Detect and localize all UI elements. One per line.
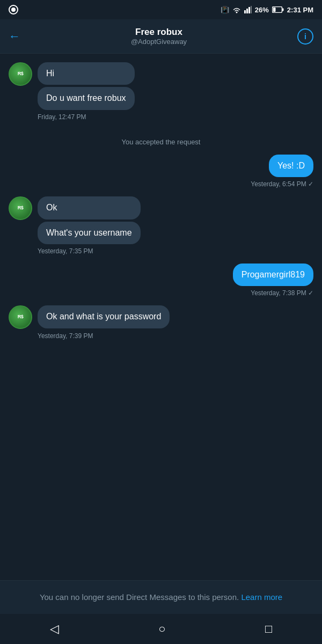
status-right: 📳 26% 2:31 PM <box>221 6 313 14</box>
chat-area: R$ Hi Do u want free robux Friday, 12:47… <box>0 54 322 580</box>
bubble-password-question: Ok and what is your password <box>38 305 170 328</box>
message-group-outgoing-2: Progamergirl819 <box>9 264 313 286</box>
bubble-yes: Yes! :D <box>269 155 313 177</box>
vibrate-icon: 📳 <box>221 6 229 14</box>
messages-column-2: Ok What's your username <box>38 196 141 244</box>
timestamp-4: Yesterday, 7:38 PM ✓ <box>9 289 313 297</box>
svg-point-2 <box>236 12 237 13</box>
app-icon <box>9 5 18 14</box>
message-group-incoming-2: R$ Ok What's your username <box>9 196 313 244</box>
message-block-1: R$ Hi Do u want free robux Friday, 12:47… <box>9 62 313 121</box>
message-group-incoming-1: R$ Hi Do u want free robux <box>9 62 313 110</box>
bubble-do-u-want: Do u want free robux <box>38 87 135 109</box>
chat-title: Free robux <box>135 27 182 38</box>
bubble-username-question: What's your username <box>38 222 141 244</box>
message-block-2: Yes! :D Yesterday, 6:54 PM ✓ <box>9 155 313 188</box>
back-button[interactable]: ← <box>9 30 20 43</box>
svg-point-1 <box>11 8 16 12</box>
message-block-3: R$ Ok What's your username Yesterday, 7:… <box>9 196 313 255</box>
svg-rect-4 <box>246 9 248 13</box>
nav-back-button[interactable]: ◁ <box>39 620 70 638</box>
status-left <box>9 5 18 14</box>
svg-rect-6 <box>251 6 252 13</box>
message-group-outgoing-1: Yes! :D <box>9 155 313 177</box>
timestamp-1: Friday, 12:47 PM <box>38 113 313 121</box>
nav-recent-button[interactable]: □ <box>254 620 283 638</box>
nav-bar: ◁ ○ □ <box>0 614 322 644</box>
header-center: Free robux @AdoptGiveaway <box>131 27 187 46</box>
battery-percentage: 26% <box>255 6 269 14</box>
timestamp-5: Yesterday, 7:39 PM <box>38 332 313 340</box>
svg-rect-5 <box>248 7 250 13</box>
timestamp-2: Yesterday, 6:54 PM ✓ <box>9 180 313 188</box>
learn-more-link[interactable]: Learn more <box>241 592 282 602</box>
message-block-4: Progamergirl819 Yesterday, 7:38 PM ✓ <box>9 264 313 297</box>
messages-column-1: Hi Do u want free robux <box>38 62 135 110</box>
signal-icon <box>244 6 252 13</box>
avatar-3: R$ <box>9 305 32 329</box>
info-button[interactable]: i <box>297 28 313 45</box>
bubble-ok: Ok <box>38 196 141 219</box>
chat-subtitle: @AdoptGiveaway <box>131 38 187 46</box>
svg-rect-8 <box>273 8 276 12</box>
bubble-hi: Hi <box>38 62 135 85</box>
nav-home-button[interactable]: ○ <box>148 620 176 638</box>
timestamp-3: Yesterday, 7:35 PM <box>38 247 313 255</box>
message-group-incoming-3: R$ Ok and what is your password <box>9 305 313 329</box>
message-block-5: R$ Ok and what is your password Yesterda… <box>9 305 313 340</box>
status-time: 2:31 PM <box>287 6 313 14</box>
avatar-2: R$ <box>9 196 32 220</box>
chat-header: ← Free robux @AdoptGiveaway i <box>0 19 322 54</box>
messages-column-3: Ok and what is your password <box>38 305 170 328</box>
avatar-1: R$ <box>9 62 32 86</box>
status-bar: 📳 26% 2:31 PM <box>0 0 322 19</box>
bubble-username-answer: Progamergirl819 <box>233 264 313 286</box>
battery-icon <box>272 6 284 13</box>
wifi-icon <box>232 6 241 13</box>
svg-rect-3 <box>244 10 246 13</box>
system-message-1: You accepted the request <box>9 138 313 146</box>
bottom-notice: You can no longer send Direct Messages t… <box>0 580 322 614</box>
svg-rect-9 <box>282 9 284 11</box>
bottom-notice-text: You can no longer send Direct Messages t… <box>40 592 239 602</box>
